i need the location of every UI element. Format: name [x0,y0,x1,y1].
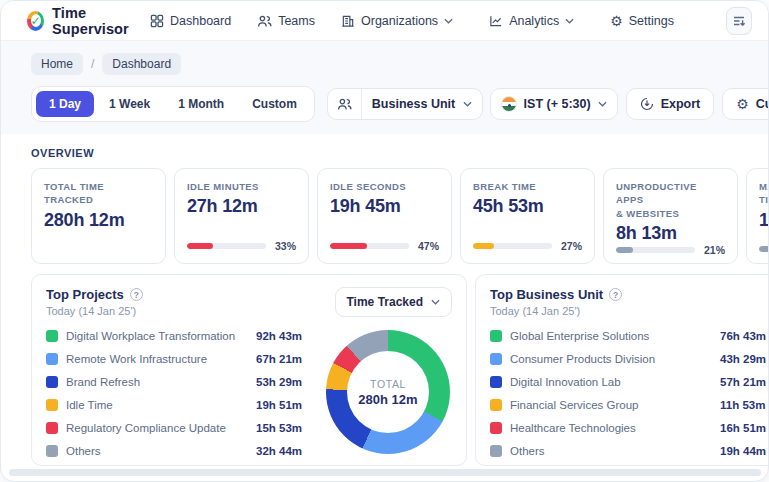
legend-label: Healthcare Technologies [510,422,712,434]
legend-swatch [46,330,58,342]
progress-percent: 47% [417,240,439,252]
horizontal-scrollbar[interactable] [9,469,761,476]
legend-value: 16h 51m [720,422,769,434]
progress-fill [187,243,213,249]
legend-value: 11h 53m [720,399,769,411]
nav-label: Analytics [509,14,559,28]
filter-bar: 1 Day 1 Week 1 Month Custom Business Uni… [31,86,769,122]
progress-fill [330,243,367,249]
card-label: IDLE MINUTES [187,180,296,193]
business-unit-legend: Global Enterprise Solutions 76h 43m Cons… [490,324,769,462]
export-button[interactable]: Export [626,88,715,120]
progress-track [759,246,769,252]
nav-teams[interactable]: Teams [257,14,315,28]
customize-label: Customize [756,97,769,111]
range-1-week-button[interactable]: 1 Week [96,91,163,117]
export-label: Export [661,97,701,111]
overview-heading: OVERVIEW [31,147,768,159]
legend-label: Global Enterprise Solutions [510,330,712,342]
gear-icon: ⚙ [610,14,623,28]
legend-swatch [46,445,58,457]
legend-value: 19h 51m [256,399,316,411]
range-1-month-button[interactable]: 1 Month [165,91,237,117]
overview-card: TOTAL TIME TRACKED 280h 12m [31,168,166,264]
legend-value: 92h 43m [256,330,316,342]
range-custom-button[interactable]: Custom [239,91,310,117]
legend-item: Global Enterprise Solutions 76h 43m [490,324,769,347]
legend-item: Regulatory Compliance Update 15h 53m [46,416,316,439]
subheader: Home / Dashboard 1 Day 1 Week 1 Month Cu… [1,41,768,134]
overview-cards-row: TOTAL TIME TRACKED 280h 12m IDLE MINUTES… [31,168,768,264]
progress-track [187,243,266,249]
breadcrumb: Home / Dashboard [31,53,768,75]
legend-item: Healthcare Technologies 16h 51m [490,416,769,439]
legend-swatch [490,376,502,388]
card-progress: 27% [473,240,582,252]
legend-item: Consumer Products Division 43h 29m [490,347,769,370]
nav-settings[interactable]: ⚙ Settings [610,14,674,28]
logo-icon: ✓ [27,11,44,31]
overview-card: IDLE MINUTES 27h 12m 33% [174,168,309,264]
metric-dropdown[interactable]: Time Tracked [335,287,453,317]
legend-item: Others 19h 44m [490,439,769,462]
people-icon [257,14,272,28]
progress-fill [473,243,494,249]
customize-button[interactable]: ⚙ Customize [722,88,769,120]
legend-item: Others 32h 44m [46,439,316,462]
topbar: ✓ Time Supervisor Dashboard Teams Organi… [1,1,768,41]
nav-dashboard[interactable]: Dashboard [150,14,231,28]
card-label: UNPRODUCTIVE APPS & WEBSITES [616,180,725,220]
legend-label: Digital Workplace Transformation [66,330,248,342]
legend-value: 32h 44m [256,445,316,457]
legend-item: Idle Time 19h 51m [46,393,316,416]
legend-label: Consumer Products Division [510,353,712,365]
metric-label: Time Tracked [347,295,424,309]
help-icon[interactable]: ? [130,288,143,301]
nav-label: Dashboard [170,14,231,28]
legend-value: 43h 29m [720,353,769,365]
legend-value: 67h 21m [256,353,316,365]
legend-value: 53h 29m [256,376,316,388]
card-label: TOTAL TIME TRACKED [44,180,153,207]
nav-organizations[interactable]: Organizations [341,14,463,28]
help-icon[interactable]: ? [609,288,622,301]
legend-label: Digital Innovation Lab [510,376,712,388]
group-icon [328,89,362,119]
card-value: 280h 12m [44,210,153,231]
business-unit-dropdown[interactable]: Business Unit [327,88,483,120]
gear-icon: ⚙ [736,97,749,111]
donut-center-value: 280h 12m [358,392,417,407]
progress-fill [616,247,633,253]
legend-swatch [46,422,58,434]
overview-card: BREAK TIME 45h 53m 27% [460,168,595,264]
date-range-segmented: 1 Day 1 Week 1 Month Custom [31,86,315,122]
legend-label: Financial Services Group [510,399,712,411]
main-content: OVERVIEW TOTAL TIME TRACKED 280h 12m IDL… [1,134,768,466]
download-circle-icon [640,97,654,111]
chevron-down-icon [463,101,472,107]
top-projects-subtitle: Today (14 Jan 25') [46,305,143,317]
top-projects-title: Top Projects [46,287,124,302]
chevron-down-icon [444,18,453,24]
main-nav: Dashboard Teams Organizations Analytics … [150,14,674,28]
business-unit-label: Business Unit [362,97,463,111]
breadcrumb-home[interactable]: Home [31,53,83,75]
brand[interactable]: ✓ Time Supervisor [27,5,150,37]
overview-card: UNPRODUCTIVE APPS & WEBSITES 8h 13m 21% [603,168,738,264]
collapse-menu-button[interactable] [726,7,752,35]
card-progress: 21% [616,244,725,256]
chart-icon [489,14,503,28]
range-1-day-button[interactable]: 1 Day [36,91,94,117]
top-projects-panel: Top Projects ? Today (14 Jan 25') Time T… [31,274,467,466]
nav-analytics[interactable]: Analytics [489,14,584,28]
brand-name: Time Supervisor [52,5,150,37]
legend-label: Brand Refresh [66,376,248,388]
progress-percent: 33% [274,240,296,252]
timezone-dropdown[interactable]: IST (+ 5:30) [490,88,618,120]
chevron-down-icon [565,18,574,24]
progress-track [616,247,695,253]
legend-value: 57h 21m [720,376,769,388]
building-icon [341,14,355,28]
breadcrumb-dashboard[interactable]: Dashboard [102,53,181,75]
card-value: 8h 13m [616,223,725,244]
